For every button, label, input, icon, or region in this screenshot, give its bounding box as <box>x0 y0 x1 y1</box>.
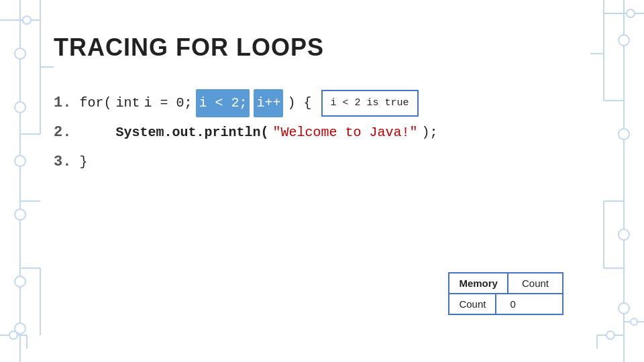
code-line-3: 3. } <box>54 147 590 177</box>
line-number-1: 1. <box>54 88 71 118</box>
svg-point-18 <box>9 331 17 339</box>
svg-point-37 <box>631 318 637 325</box>
memory-row-1: Count 0 <box>449 294 562 314</box>
svg-point-35 <box>606 331 614 339</box>
line-number-3: 3. <box>54 147 71 177</box>
code-line-2: 2. System.out.println( "Welcome to Java!… <box>54 118 590 147</box>
main-content: TRACING FOR LOOPS 1. for( int i = 0; i <… <box>0 0 644 210</box>
memory-col2-header: Count <box>508 274 562 293</box>
line-number-2: 2. <box>54 118 71 147</box>
condition-tooltip: i < 2 is true <box>321 90 419 117</box>
code-method: System.out.println( <box>115 119 268 146</box>
memory-row1-value: 0 <box>496 294 529 314</box>
code-increment: i++ <box>254 89 283 117</box>
code-indent <box>79 119 111 146</box>
code-var-init: i = 0; <box>144 90 192 117</box>
memory-table-header: Memory Count <box>449 274 562 294</box>
code-string: "Welcome to Java!" <box>272 119 417 146</box>
code-condition: i < 2; <box>196 89 250 117</box>
svg-point-10 <box>15 209 25 220</box>
code-block: 1. for( int i = 0; i < 2; i++ ) { i < 2 … <box>54 88 590 177</box>
svg-point-11 <box>15 276 25 287</box>
code-close-brace: } <box>79 149 87 176</box>
memory-row1-label: Count <box>449 294 496 314</box>
code-line-1: 1. for( int i = 0; i < 2; i++ ) { i < 2 … <box>54 88 590 118</box>
code-open-brace: ) { <box>287 90 311 117</box>
svg-point-28 <box>619 229 629 240</box>
memory-table: Memory Count Count 0 <box>448 272 564 315</box>
svg-point-29 <box>619 303 629 314</box>
page-title: TRACING FOR LOOPS <box>54 34 590 62</box>
memory-col1-header: Memory <box>449 274 508 293</box>
code-line2-end: ); <box>422 119 438 146</box>
code-int-keyword: int <box>115 90 140 117</box>
code-for-keyword: for( <box>79 90 111 117</box>
